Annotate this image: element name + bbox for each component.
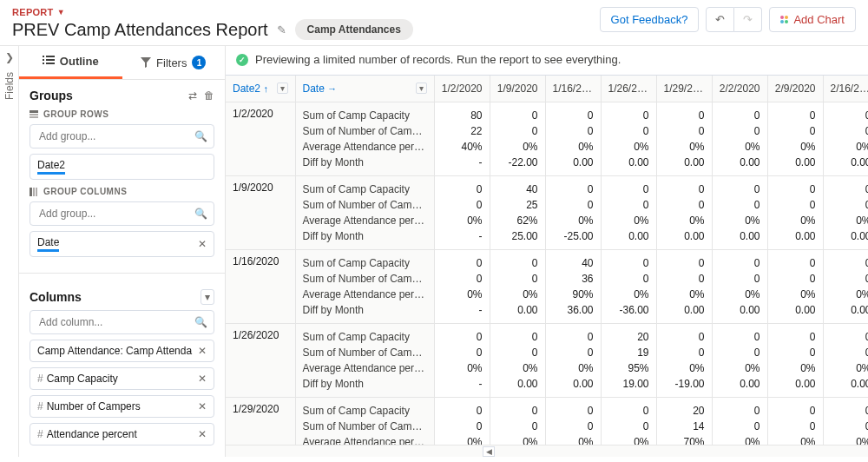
data-cell: 000%0.00	[601, 102, 656, 175]
swap-icon[interactable]: ⇄	[188, 89, 197, 102]
add-column-input[interactable]	[30, 310, 214, 334]
group-cols-text: GROUP COLUMNS	[43, 187, 127, 196]
data-cell: 000%-19.00	[656, 323, 712, 397]
col-header-date-val[interactable]: 2/9/2020	[767, 76, 823, 102]
fields-rail-label[interactable]: Fields	[3, 72, 16, 100]
data-cell: 403690%36.00	[545, 249, 601, 323]
remove-pill-icon[interactable]: ✕	[198, 428, 207, 440]
edit-icon[interactable]: ✎	[277, 23, 286, 36]
remove-pill-icon[interactable]: ✕	[198, 400, 207, 412]
data-cell: 000%0.00	[823, 175, 868, 249]
report-grid[interactable]: Date2 ↑▾Date →▾1/2/20201/9/20201/16/2020…	[226, 75, 868, 445]
group-row-pill-date2[interactable]: Date2	[30, 154, 214, 180]
expand-fields-icon[interactable]: ❯	[5, 51, 14, 63]
add-group-col-input[interactable]	[30, 201, 214, 226]
filter-icon	[141, 57, 151, 68]
delete-groups-icon[interactable]: 🗑	[204, 89, 214, 102]
tab-outline[interactable]: Outline	[19, 46, 122, 79]
chart-icon	[780, 16, 788, 23]
svg-rect-1	[46, 56, 55, 57]
row-group-label[interactable]: 1/2/2020	[226, 102, 295, 175]
svg-rect-6	[30, 110, 38, 113]
data-cell: 000%0.00	[601, 397, 656, 445]
column-pill-2[interactable]: #Number of Campers ✕	[30, 395, 214, 418]
column-menu-icon[interactable]: ▾	[277, 82, 288, 94]
data-cell: 000%0.00	[545, 323, 601, 397]
data-cell: 000%-25.00	[545, 175, 601, 249]
column-pill-1[interactable]: #Camp Capacity ✕	[30, 367, 214, 390]
undo-button[interactable]: ↶	[706, 7, 734, 32]
row-group-label[interactable]: 1/26/2020	[226, 323, 295, 397]
filter-count-badge: 1	[192, 56, 206, 69]
data-cell: 201470%14.00	[656, 397, 712, 445]
group-cols-label: GROUP COLUMNS	[30, 187, 214, 196]
report-type-badge[interactable]: Camp Attendances	[295, 19, 413, 40]
col-header-date[interactable]: Date →▾	[295, 76, 434, 102]
data-cell: 000%0.00	[545, 397, 601, 445]
data-cell: 000%0.00	[712, 102, 767, 175]
svg-rect-2	[43, 59, 44, 61]
row-group-label[interactable]: 1/9/2020	[226, 175, 295, 249]
svg-rect-9	[30, 188, 32, 196]
col-header-date-val[interactable]: 1/2/2020	[434, 76, 490, 102]
svg-rect-10	[33, 188, 35, 196]
data-cell: 000%0.00	[767, 175, 823, 249]
data-cell: 000%0.00	[712, 175, 767, 249]
tab-filters[interactable]: Filters 1	[122, 46, 226, 79]
preview-message: Previewing a limited number of records. …	[255, 53, 621, 66]
row-metrics: Sum of Camp CapacitySum of Number of Cam…	[295, 175, 434, 249]
group-col-pill-date[interactable]: Date ✕	[30, 231, 214, 257]
row-metrics: Sum of Camp CapacitySum of Number of Cam…	[295, 102, 434, 175]
data-cell: 000%0.00	[823, 249, 868, 323]
data-cell: 000%-36.00	[601, 249, 656, 323]
col-header-date-val[interactable]: 1/26/2020	[601, 76, 656, 102]
rows-icon	[30, 110, 38, 119]
group-rows-label: GROUP ROWS	[30, 109, 214, 119]
col-header-date-val[interactable]: 1/16/2020	[545, 76, 601, 102]
data-cell: 000%0.00	[823, 323, 868, 397]
col-header-date-val[interactable]: 2/2/2020	[712, 76, 767, 102]
pill-label: Date	[37, 236, 59, 252]
remove-pill-icon[interactable]: ✕	[198, 238, 207, 250]
remove-pill-icon[interactable]: ✕	[198, 345, 207, 357]
column-menu-icon[interactable]: ▾	[416, 82, 427, 94]
row-group-label[interactable]: 1/16/2020	[226, 249, 295, 323]
column-pill-3[interactable]: #Attendance percent ✕	[30, 423, 214, 446]
row-group-label[interactable]: 1/29/2020	[226, 397, 295, 445]
data-cell: 000%0.00	[601, 175, 656, 249]
breadcrumb-label: REPORT	[12, 7, 54, 17]
pill-label: Date2	[37, 159, 65, 175]
svg-rect-11	[36, 188, 37, 196]
columns-menu-icon[interactable]: ▾	[201, 289, 214, 305]
data-cell: 000%0.00	[823, 102, 868, 175]
col-header-date-val[interactable]: 1/9/2020	[490, 76, 545, 102]
row-metrics: Sum of Camp CapacitySum of Number of Cam…	[295, 249, 434, 323]
group-rows-text: GROUP ROWS	[43, 109, 108, 119]
cols-icon	[30, 188, 38, 196]
col-header-date2[interactable]: Date2 ↑▾	[226, 76, 295, 102]
pill-label: Camp Attendance: Camp Attenda	[37, 345, 192, 357]
groups-heading: Groups	[30, 89, 73, 102]
column-pill-0[interactable]: Camp Attendance: Camp Attenda ✕	[30, 340, 214, 362]
svg-rect-4	[43, 63, 44, 64]
add-group-row-input[interactable]	[30, 124, 214, 148]
hash-icon: #	[37, 400, 43, 412]
data-cell: 402562%25.00	[490, 175, 545, 249]
feedback-label: Got Feedback?	[611, 13, 688, 26]
horizontal-scrollbar[interactable]: ◀	[226, 445, 868, 457]
breadcrumb[interactable]: REPORT ▼	[12, 7, 589, 17]
data-cell: 000%0.00	[656, 175, 712, 249]
svg-rect-7	[30, 114, 38, 116]
remove-pill-icon[interactable]: ✕	[198, 373, 207, 385]
data-cell: 000%-	[434, 175, 490, 249]
page-title: PREV Camp Attendances Report	[12, 20, 268, 40]
col-header-date-val[interactable]: 1/29/2020	[656, 76, 712, 102]
check-icon: ✓	[236, 54, 248, 66]
data-cell: 000%-	[434, 397, 490, 445]
scroll-left-icon[interactable]: ◀	[483, 446, 495, 457]
col-header-date-val[interactable]: 2/16/2020	[823, 76, 868, 102]
add-chart-button[interactable]: Add Chart	[769, 7, 856, 32]
data-cell: 000%0.00	[656, 249, 712, 323]
data-cell: 201995%19.00	[601, 323, 656, 397]
feedback-button[interactable]: Got Feedback?	[600, 7, 700, 32]
